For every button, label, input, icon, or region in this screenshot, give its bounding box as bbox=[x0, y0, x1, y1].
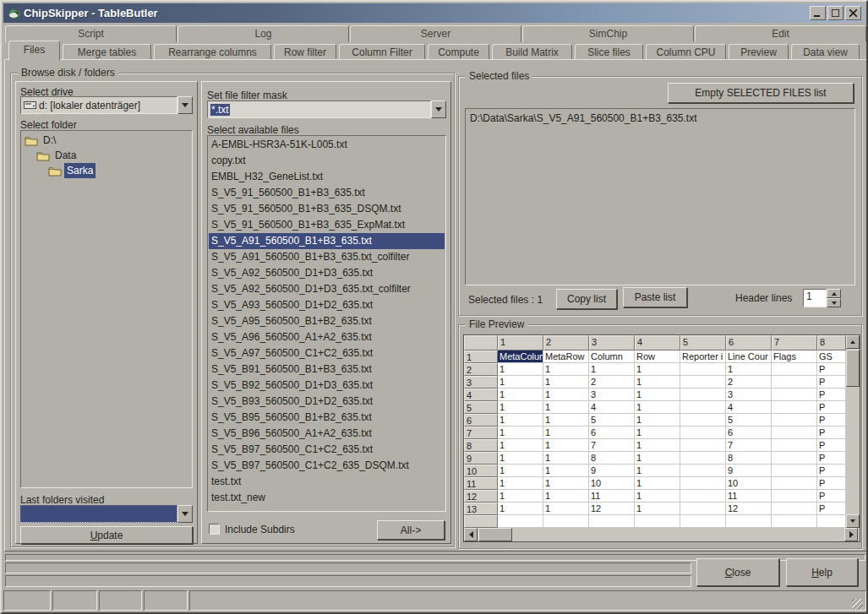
grid-cell-r5-c8[interactable]: P bbox=[817, 401, 846, 414]
file-item-21[interactable]: test.txt bbox=[209, 474, 445, 490]
folder-item-data[interactable]: Data bbox=[23, 148, 190, 163]
grid-cell-r3-c5[interactable] bbox=[680, 376, 726, 389]
hscroll-right-button[interactable] bbox=[844, 528, 858, 541]
grid-cell-r5-c5[interactable] bbox=[680, 401, 726, 414]
grid-cell-r7-c1[interactable]: 1 bbox=[498, 427, 543, 439]
grid-row-header-13[interactable]: 13 bbox=[464, 503, 498, 515]
grid-cell-r1-c3[interactable]: Column bbox=[589, 350, 635, 363]
grid-cell-r5-c3[interactable]: 4 bbox=[589, 401, 635, 414]
grid-cell-r11-c3[interactable]: 10 bbox=[589, 477, 635, 490]
empty-selected-files-button[interactable]: Empty SELECTED FILES list bbox=[668, 83, 854, 103]
close-window-button[interactable] bbox=[845, 6, 861, 20]
file-item-8[interactable]: S_V5_A92_560500_D1+D3_635.txt bbox=[209, 265, 445, 281]
header-lines-value[interactable]: 1 bbox=[803, 289, 827, 307]
grid-col-header-5[interactable]: 5 bbox=[680, 335, 726, 350]
grid-col-header-4[interactable]: 4 bbox=[635, 335, 680, 350]
filter-mask-field[interactable]: *.txt bbox=[207, 101, 431, 118]
file-item-17[interactable]: S_V5_B95_560500_B1+B2_635.txt bbox=[209, 410, 445, 426]
spinner-up-button[interactable] bbox=[827, 289, 841, 298]
grid-cell-r2-c8[interactable]: P bbox=[817, 363, 846, 376]
tab-preview[interactable]: Preview bbox=[729, 44, 789, 60]
grid-cell-r11-c8[interactable]: P bbox=[817, 477, 846, 490]
grid-cell-r8-c8[interactable]: P bbox=[817, 439, 846, 452]
last-folders-field[interactable] bbox=[20, 505, 177, 523]
grid-cell-r4-c8[interactable]: P bbox=[817, 389, 846, 401]
grid-cell-r12-c7[interactable] bbox=[772, 490, 817, 503]
resize-grip[interactable] bbox=[852, 599, 863, 610]
vscroll-down-button[interactable] bbox=[846, 514, 860, 528]
folder-item-sarka[interactable]: Sarka bbox=[23, 163, 190, 178]
grid-cell-r3-c3[interactable]: 2 bbox=[589, 376, 635, 389]
grid-cell-r1-c6[interactable]: Line Cour bbox=[726, 350, 772, 363]
grid-cell-r11-c4[interactable]: 1 bbox=[635, 477, 680, 490]
vscroll-up-button[interactable] bbox=[846, 335, 860, 349]
tab-script[interactable]: Script bbox=[5, 25, 177, 42]
grid-cell-r6-c2[interactable]: 1 bbox=[543, 414, 589, 427]
file-item-10[interactable]: S_V5_A93_560500_D1+D2_635.txt bbox=[209, 297, 445, 313]
grid-cell-r10-c6[interactable]: 9 bbox=[726, 465, 772, 477]
grid-cell-r11-c1[interactable]: 1 bbox=[498, 477, 543, 490]
grid-cell-r10-c8[interactable]: P bbox=[817, 465, 846, 477]
grid-cell-r12-c3[interactable]: 11 bbox=[589, 490, 635, 503]
file-item-12[interactable]: S_V5_A96_560500_A1+A2_635.txt bbox=[209, 329, 445, 345]
grid-cell-r10-c5[interactable] bbox=[680, 465, 726, 477]
grid-cell-r6-c4[interactable]: 1 bbox=[635, 414, 680, 427]
grid-cell-r7-c8[interactable]: P bbox=[817, 427, 846, 439]
grid-cell-r7-c7[interactable] bbox=[772, 427, 817, 439]
file-item-1[interactable]: copy.txt bbox=[209, 153, 445, 169]
file-item-4[interactable]: S_V5_91_560500_B1+B3_635_DSQM.txt bbox=[209, 201, 445, 217]
grid-cell-r11-c5[interactable] bbox=[680, 477, 726, 490]
grid-cell-r5-c1[interactable]: 1 bbox=[498, 401, 543, 414]
file-item-0[interactable]: A-EMBL-HSR3A-51K-L005.txt bbox=[209, 137, 445, 153]
grid-cell-r6-c5[interactable] bbox=[680, 414, 726, 427]
tab-column-filter[interactable]: Column Filter bbox=[339, 44, 425, 60]
tab-compute[interactable]: Compute bbox=[428, 44, 489, 60]
file-item-16[interactable]: S_V5_B93_560500_D1+D2_635.txt bbox=[209, 394, 445, 410]
hscroll-left-button[interactable] bbox=[464, 528, 478, 541]
grid-cell-r5-c2[interactable]: 1 bbox=[543, 401, 589, 414]
grid-cell-r1-c4[interactable]: Row bbox=[635, 350, 680, 363]
minimize-button[interactable] bbox=[810, 6, 826, 20]
grid-cell-r2-c5[interactable] bbox=[680, 363, 726, 376]
file-item-22[interactable]: test.txt_new bbox=[209, 490, 445, 506]
grid-cell-r4-c2[interactable]: 1 bbox=[543, 389, 589, 401]
grid-cell-r5-c4[interactable]: 1 bbox=[635, 401, 680, 414]
grid-cell-r4-c5[interactable] bbox=[680, 389, 726, 401]
grid-cell-r7-c2[interactable]: 1 bbox=[543, 427, 589, 439]
grid-cell-r2-c7[interactable] bbox=[772, 363, 817, 376]
tab-log[interactable]: Log bbox=[177, 25, 349, 42]
grid-cell-r6-c7[interactable] bbox=[772, 414, 817, 427]
grid-cell-r8-c5[interactable] bbox=[680, 439, 726, 452]
grid-cell-r3-c1[interactable]: 1 bbox=[498, 376, 543, 389]
grid-cell-r8-c3[interactable]: 7 bbox=[589, 439, 635, 452]
grid-row-header-7[interactable]: 7 bbox=[464, 427, 498, 439]
help-button[interactable]: Help bbox=[786, 558, 858, 586]
grid-cell-r4-c3[interactable]: 3 bbox=[589, 389, 635, 401]
grid-cell-r13-c7[interactable] bbox=[772, 503, 817, 515]
copy-list-button[interactable]: Copy list bbox=[556, 289, 617, 309]
grid-cell-r10-c2[interactable]: 1 bbox=[543, 465, 589, 477]
grid-cell-r1-c2[interactable]: MetaRow bbox=[543, 350, 589, 363]
grid-cell-r9-c1[interactable]: 1 bbox=[498, 452, 543, 465]
grid-cell-r1-c7[interactable]: Flags bbox=[772, 350, 817, 363]
grid-cell-r11-c7[interactable] bbox=[772, 477, 817, 490]
grid-cell-r13-c4[interactable]: 1 bbox=[635, 503, 680, 515]
grid-cell-r9-c3[interactable]: 8 bbox=[589, 452, 635, 465]
grid-row-header-6[interactable]: 6 bbox=[464, 414, 498, 427]
grid-cell-r2-c4[interactable]: 1 bbox=[635, 363, 680, 376]
grid-cell-r10-c4[interactable]: 1 bbox=[635, 465, 680, 477]
maximize-button[interactable] bbox=[827, 6, 843, 20]
hscroll-thumb[interactable] bbox=[478, 528, 512, 541]
grid-row-header-8[interactable]: 8 bbox=[464, 439, 498, 452]
drive-combo-arrow[interactable] bbox=[177, 96, 193, 114]
close-button[interactable]: Close bbox=[696, 558, 779, 586]
grid-cell-r8-c1[interactable]: 1 bbox=[498, 439, 543, 452]
selected-files-list[interactable]: D:\Data\Sarka\S_V5_A91_560500_B1+B3_635.… bbox=[465, 108, 855, 285]
grid-row-header-10[interactable]: 10 bbox=[464, 465, 498, 477]
grid-row-header-3[interactable]: 3 bbox=[464, 376, 498, 389]
tab-build-matrix[interactable]: Build Matrix bbox=[492, 44, 572, 60]
update-button[interactable]: Update bbox=[20, 526, 193, 544]
file-item-20[interactable]: S_V5_B97_560500_C1+C2_635_DSQM.txt bbox=[209, 458, 445, 474]
vscroll-thumb[interactable] bbox=[846, 350, 860, 387]
grid-cell-r13-c2[interactable]: 1 bbox=[543, 503, 589, 515]
